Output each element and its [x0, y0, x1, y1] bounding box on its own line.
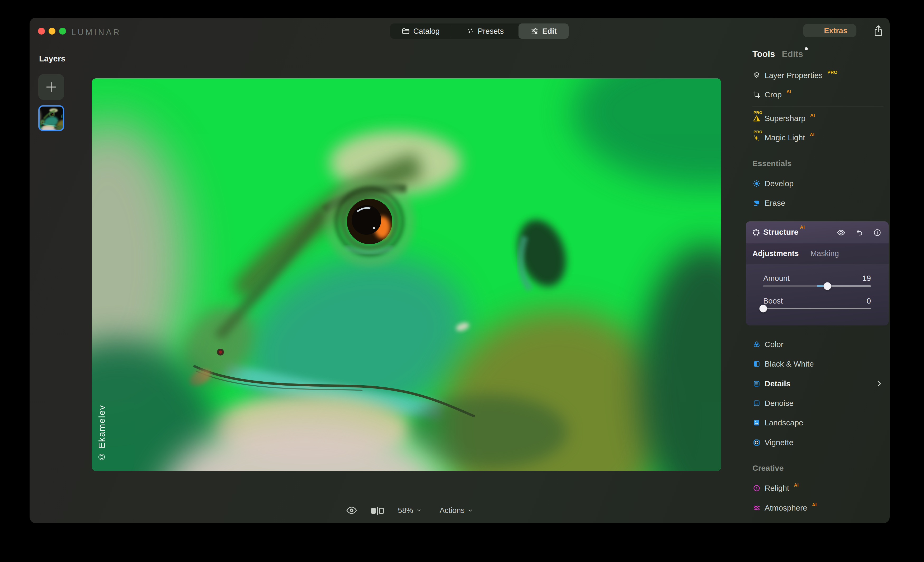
structure-tab-bar: Adjustments Masking [746, 244, 889, 264]
sidebar-item-develop[interactable]: Develop [752, 178, 794, 189]
ai-badge: AI [810, 113, 815, 118]
structure-panel: StructureAI [746, 221, 889, 326]
photo-canvas[interactable]: © Ekamelev [92, 78, 721, 471]
structure-panel-header[interactable]: StructureAI [746, 221, 889, 244]
sidebar-item-details[interactable]: Details [752, 378, 790, 390]
denoise-label: Denoise [764, 399, 794, 408]
relight-label: Relight [764, 484, 789, 493]
pro-over-badge: PRO [753, 110, 762, 115]
compare-icon [370, 506, 384, 515]
compare-button[interactable] [370, 505, 384, 516]
sidebar-item-color[interactable]: Color [752, 339, 783, 350]
tab-edit-label: Edit [542, 27, 557, 36]
ai-badge: AI [786, 89, 791, 94]
zoom-level-dropdown[interactable]: 58% [398, 505, 422, 516]
actions-dropdown[interactable]: Actions [440, 505, 473, 516]
sidebar-item-atmosphere[interactable]: Atmosphere AI [752, 502, 817, 514]
share-icon [873, 24, 884, 37]
visibility-eye-icon[interactable] [837, 228, 846, 237]
pro-badge: PRO [827, 70, 837, 75]
sliders-icon [530, 27, 539, 35]
sidebar-item-black-white[interactable]: Black & White [752, 358, 814, 370]
tab-edit[interactable]: Edit [519, 24, 568, 39]
extras-button[interactable]: Extras [803, 24, 856, 37]
boost-slider-label: Boost [763, 297, 783, 305]
app-logo: LUMINAR NEO [71, 27, 158, 38]
tab-masking[interactable]: Masking [810, 249, 839, 258]
tab-edits[interactable]: Edits [782, 49, 803, 59]
tab-catalog-label: Catalog [413, 27, 440, 36]
boost-slider-value: 0 [867, 297, 871, 305]
supersharp-label: Supersharp [764, 114, 806, 123]
tab-catalog[interactable]: Catalog [390, 24, 451, 39]
supersharp-triangle-icon: PRO [752, 114, 761, 123]
amount-slider-thumb[interactable] [824, 282, 831, 290]
layers-stack-icon [752, 71, 761, 80]
info-icon[interactable] [873, 228, 882, 237]
sidebar-item-vignette[interactable]: Vignette [752, 437, 794, 448]
boost-slider[interactable] [763, 308, 871, 309]
bw-icon [752, 360, 761, 368]
crop-label: Crop [764, 90, 782, 99]
sidebar-item-supersharp[interactable]: PRO Supersharp AI [752, 113, 815, 124]
tab-presets-label: Presets [478, 27, 504, 36]
tab-presets[interactable]: Presets [451, 24, 519, 39]
amount-slider-label: Amount [763, 274, 790, 283]
actions-label: Actions [440, 506, 465, 515]
sidebar-tabs: Tools Edits [752, 49, 803, 59]
tab-adjustments[interactable]: Adjustments [752, 249, 799, 258]
black-white-label: Black & White [764, 359, 814, 368]
sidebar-item-layer-properties[interactable]: Layer Properties PRO [752, 70, 837, 81]
sidebar-item-magic-light[interactable]: PRO Magic Light AI [752, 132, 814, 143]
plus-icon [45, 81, 57, 93]
maximize-button[interactable] [59, 28, 66, 34]
structure-title-text: Structure [763, 227, 798, 236]
ai-badge: AI [794, 483, 799, 488]
boost-slider-thumb[interactable] [759, 305, 767, 312]
ai-badge: AI [810, 132, 814, 138]
layer-properties-label: Layer Properties [764, 71, 823, 80]
develop-label: Develop [764, 179, 794, 188]
add-layer-button[interactable] [38, 74, 64, 100]
app-window: LUMINAR NEO Catalog Presets [30, 18, 890, 523]
chevron-down-icon [416, 508, 422, 513]
structure-dots-icon [752, 228, 760, 237]
erase-label: Erase [764, 199, 785, 208]
minimize-button[interactable] [49, 28, 56, 34]
section-header-creative: Creative [752, 463, 783, 473]
sidebar-item-crop[interactable]: Crop AI [752, 89, 791, 100]
color-label: Color [764, 340, 783, 349]
tab-tools[interactable]: Tools [752, 49, 775, 59]
sidebar-item-landscape[interactable]: Landscape [752, 417, 803, 429]
zoom-level-value: 58% [398, 506, 413, 515]
share-button[interactable] [872, 24, 885, 38]
sidebar-item-erase[interactable]: Erase [752, 197, 785, 209]
svg-text:NEO: NEO [125, 28, 146, 37]
view-switcher: Catalog Presets Edit [390, 24, 568, 39]
photo-watermark: © Ekamelev [97, 405, 107, 462]
brand-neo: NEO [125, 27, 158, 38]
chevron-right-icon[interactable] [874, 378, 884, 389]
layer-thumbnail-selected[interactable] [38, 105, 64, 131]
undo-icon[interactable] [855, 228, 864, 237]
brand-luminar: LUMINAR [71, 28, 121, 37]
edits-notification-dot [805, 47, 808, 50]
section-header-essentials: Essentials [752, 158, 792, 169]
magic-sparkle-icon: PRO [752, 133, 761, 142]
extras-label: Extras [824, 26, 848, 35]
develop-sun-icon [752, 179, 761, 188]
layers-panel-title: Layers [39, 54, 66, 64]
details-label: Details [764, 379, 790, 388]
quick-preview-button[interactable] [346, 505, 357, 516]
puzzle-icon [812, 26, 820, 35]
lizard-photo [92, 78, 721, 471]
pro-over-badge: PRO [753, 130, 762, 134]
ai-badge: AI [812, 502, 817, 508]
sidebar-item-denoise[interactable]: Denoise [752, 398, 794, 409]
sidebar-item-relight[interactable]: Relight AI [752, 482, 799, 494]
atmosphere-waves-icon [752, 504, 761, 512]
eye-icon [346, 505, 357, 515]
close-button[interactable] [38, 28, 45, 34]
amount-slider[interactable] [763, 285, 871, 287]
amount-slider-value: 19 [862, 274, 871, 283]
